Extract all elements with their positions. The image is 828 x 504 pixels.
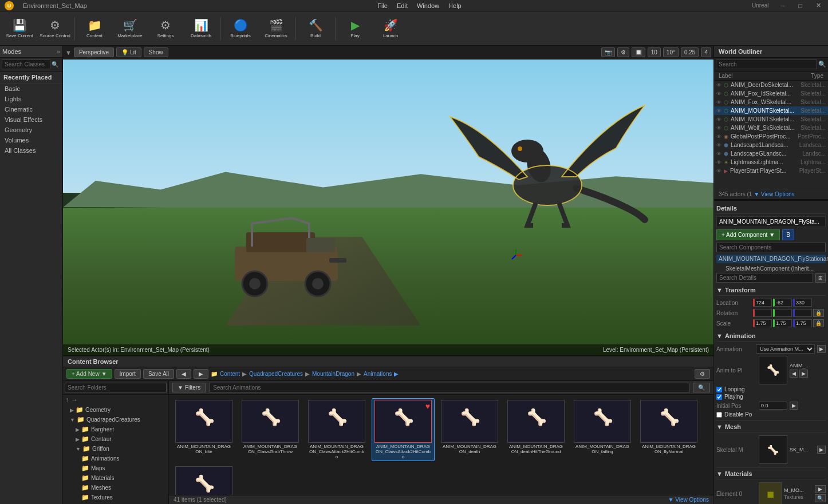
nav-visual-effects[interactable]: Visual Effects — [0, 114, 62, 125]
content-button[interactable]: 📁 Content — [77, 13, 112, 44]
asset-item-6[interactable]: 🦴 ANIM_MOUNTAIN_DRAGON_falling — [571, 398, 634, 461]
num-btn[interactable]: 4 — [701, 47, 711, 57]
scale-btn[interactable]: 0.25 — [681, 47, 699, 57]
datasmith-button[interactable]: 📊 Datasmith — [184, 13, 218, 44]
menu-edit[interactable]: Edit — [397, 2, 408, 9]
marketplace-button[interactable]: 🛒 Marketplace — [113, 13, 147, 44]
folder-nav-forward[interactable]: → — [71, 396, 78, 404]
outliner-item-6[interactable]: 👁 ◉ GlobalPostPPostProc... PostProc... — [714, 132, 828, 141]
launch-button[interactable]: 🚀 Launch — [373, 13, 408, 44]
min-btn[interactable]: ─ — [778, 2, 787, 9]
anim-forward-btn[interactable]: ▶ — [799, 370, 808, 378]
scale-z[interactable] — [793, 319, 812, 327]
anim-mode-btn[interactable]: ▶ — [817, 345, 826, 353]
grid-btn[interactable]: 10 — [648, 47, 661, 57]
asset-search-input[interactable] — [209, 383, 689, 392]
outliner-item-5[interactable]: 👁 ⬡ ANIM_Wolf_SkSkeletal... Skeletal... — [714, 124, 828, 132]
details-grid-btn[interactable]: ⊞ — [815, 273, 826, 283]
asset-item-1[interactable]: 🦴 ANIM_MOUNTAIN_DRAGON_ClawsGrabThrow — [239, 398, 302, 461]
folder-griffon-meshes[interactable]: 📁 Meshes — [63, 483, 168, 493]
asset-item-3[interactable]: 🦴 ♥ ANIM_MOUNTAIN_DRAGON_ClawsAttack2Hit… — [372, 398, 435, 461]
outliner-item-8[interactable]: 👁 ⬢ LandscapeGLandsc... Landsc... — [714, 149, 828, 158]
mesh-nav-btn[interactable]: ▶ — [817, 446, 826, 454]
build-button[interactable]: 🔨 Build — [298, 13, 333, 44]
search-classes-input[interactable] — [2, 59, 50, 69]
anim-back-btn[interactable]: ◀ — [790, 370, 798, 378]
outliner-item-4[interactable]: 👁 ⬡ ANIM_MOUNTSkeletal... Skeletal... — [714, 115, 828, 124]
vp-icon-btn-3[interactable]: 🔲 — [632, 47, 645, 57]
transform-section-header[interactable]: ▼ Transform — [716, 285, 826, 296]
scale-y[interactable] — [773, 319, 792, 327]
materials-section-header[interactable]: ▼ Materials — [716, 467, 826, 479]
perspective-button[interactable]: Perspective — [74, 47, 114, 57]
cb-settings-button[interactable]: ⚙ — [695, 369, 710, 379]
asset-item-8[interactable]: 🦴 ANIM_MOUNTAIN_DRAGON_flyNormalToFall — [172, 465, 235, 495]
outliner-item-7[interactable]: 👁 ⬢ Landscape1Landsca... Landsca... — [714, 141, 828, 149]
show-button[interactable]: Show — [144, 47, 168, 57]
breadcrumb-quadraped[interactable]: QuadrapedCreatures — [249, 371, 303, 377]
camera-btn[interactable]: 📷 — [601, 47, 615, 57]
folder-nav-up[interactable]: ↑ — [65, 396, 69, 404]
cinematics-button[interactable]: 🎬 Cinematics — [259, 13, 293, 44]
import-button[interactable]: Import — [115, 369, 141, 379]
menu-file[interactable]: File — [377, 2, 388, 9]
nav-back-button[interactable]: ◀ — [176, 369, 191, 379]
mesh-section-header[interactable]: ▼ Mesh — [716, 420, 826, 432]
initial-pos-set-btn[interactable]: ▶ — [790, 402, 798, 410]
rotation-lock-btn[interactable]: 🔒 — [813, 309, 824, 317]
nav-forward-button[interactable]: ▶ — [194, 369, 208, 379]
initial-pos-input[interactable] — [759, 402, 787, 410]
blueprints-button[interactable]: 🔵 Blueprints — [223, 13, 258, 44]
outliner-search-input[interactable] — [716, 59, 817, 69]
asset-item-4[interactable]: 🦴 ANIM_MOUNTAIN_DRAGON_death — [438, 398, 501, 461]
looping-checkbox[interactable] — [716, 387, 722, 392]
material-find-btn[interactable]: 🔍 — [815, 494, 826, 502]
nav-all-classes[interactable]: All Classes — [0, 145, 62, 156]
search-icon-btn[interactable]: 🔍 — [693, 383, 710, 392]
rotation-btn[interactable]: 10° — [663, 47, 679, 57]
nav-cinematic[interactable]: Cinematic — [0, 104, 62, 114]
animation-section-header[interactable]: ▼ Animation — [716, 331, 826, 342]
close-btn[interactable]: ✕ — [814, 2, 823, 9]
details-search-input[interactable] — [716, 273, 813, 283]
outliner-item-2[interactable]: 👁 ⬡ ANIM_Fox_WSkeletal... Skeletal... — [714, 98, 828, 106]
location-z[interactable] — [793, 299, 812, 307]
outliner-item-1[interactable]: 👁 ⬡ ANIM_Fox_IdSkeletal... Skeletal... — [714, 89, 828, 98]
disable-po-checkbox[interactable] — [716, 412, 722, 418]
rotation-z[interactable] — [793, 309, 812, 317]
selected-component[interactable]: ANIM_MOUNTAIN_DRAGON_FlyStationary — [716, 255, 826, 263]
save-all-button[interactable]: Save All — [143, 369, 174, 379]
viewport[interactable]: Selected Actor(s) in: Environment_Set_Ma… — [63, 59, 713, 355]
lit-button[interactable]: 💡 Lit — [116, 47, 141, 57]
asset-item-7[interactable]: 🦴 ANIM_MOUNTAIN_DRAGON_flyNormal — [637, 398, 700, 461]
breadcrumb-mountaindragon[interactable]: MountainDragon — [312, 371, 354, 377]
save-current-button[interactable]: 💾 Save Current — [2, 13, 37, 44]
breadcrumb-animations[interactable]: Animations — [364, 371, 392, 377]
scale-x[interactable] — [753, 319, 772, 327]
filters-button[interactable]: ▼ Filters — [172, 383, 206, 392]
scale-lock-btn[interactable]: 🔒 — [813, 319, 824, 327]
playing-checkbox[interactable] — [716, 394, 722, 400]
nav-basic[interactable]: Basic — [0, 84, 62, 94]
rotation-x[interactable] — [753, 309, 772, 317]
settings-button[interactable]: ⚙ Settings — [148, 13, 183, 44]
breadcrumb-content[interactable]: Content — [220, 371, 240, 377]
outliner-item-9[interactable]: 👁 ☀ LightmassiLightma... Lightma... — [714, 158, 828, 166]
nav-volumes[interactable]: Volumes — [0, 135, 62, 145]
location-y[interactable] — [773, 299, 792, 307]
nav-lights[interactable]: Lights — [0, 94, 62, 104]
breadcrumb-root[interactable]: 📁 — [211, 371, 218, 377]
folder-barghest[interactable]: ▶ 📁 Barghest — [63, 424, 168, 434]
asset-item-2[interactable]: 🦴 ANIM_MOUNTAIN_DRAGON_ClawsAttack2HitCo… — [305, 398, 368, 461]
blueprint-button[interactable]: B — [782, 229, 794, 240]
viewport-toggle[interactable]: ▼ — [65, 49, 72, 56]
nav-geometry[interactable]: Geometry — [0, 125, 62, 135]
vp-icon-btn-2[interactable]: ⚙ — [617, 47, 629, 57]
sub-component[interactable]: SkeletalMeshComponent (Inherit... — [716, 264, 826, 273]
folder-quadraped[interactable]: ▼ 📁 QuadrapedCreatures — [63, 415, 168, 424]
view-options-outliner[interactable]: ▼ View Options — [754, 191, 794, 197]
location-x[interactable] — [753, 299, 772, 307]
add-new-button[interactable]: + Add New ▼ — [66, 369, 112, 379]
asset-item-5[interactable]: 🦴 ANIM_MOUNTAIN_DRAGON_deathHitTheGround — [504, 398, 567, 461]
asset-item-0[interactable]: 🦴 ANIM_MOUNTAIN_DRAGON_bite — [172, 398, 235, 461]
